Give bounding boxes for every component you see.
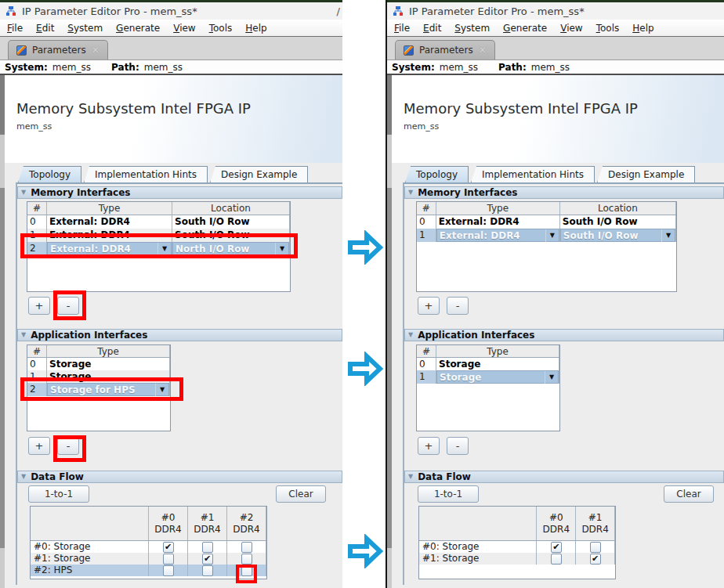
parameter-tabs: Topology Implementation Hints Design Exa… — [405, 166, 695, 182]
collapse-icon[interactable]: ▼ — [408, 332, 413, 338]
window-title: IP Parameter Editor Pro - mem_ss* — [409, 5, 585, 17]
checkbox[interactable] — [590, 542, 601, 553]
matrix-header: #0DDR4 #1DDR4 #2DDR4 — [31, 507, 266, 541]
document-tab-strip: Parameters ✕ — [387, 37, 724, 60]
page-title: Memory Subsystem Intel FPGA IP — [16, 100, 251, 117]
table-row-selected[interactable]: 2 External: DDR4 ▼ North I/O Row ▼ — [27, 242, 290, 255]
memory-interfaces-table: # Type Location 0 External: DDR4 South I… — [416, 201, 677, 292]
one-to-one-button[interactable]: 1-to-1 — [418, 485, 479, 503]
tab-topology[interactable]: Topology — [18, 166, 81, 182]
menu-system[interactable]: System — [67, 23, 103, 34]
col-num: # — [417, 202, 436, 215]
checkbox[interactable] — [551, 554, 562, 565]
remove-row-button[interactable]: - — [447, 437, 469, 455]
table-header: # Type Location — [417, 202, 676, 215]
checkbox[interactable] — [163, 565, 174, 576]
menu-help[interactable]: Help — [245, 23, 266, 34]
remove-row-button[interactable]: - — [57, 297, 79, 315]
add-row-button[interactable]: + — [418, 297, 440, 315]
menu-view[interactable]: View — [173, 23, 195, 34]
menu-generate[interactable]: Generate — [116, 23, 160, 34]
application-table-buttons: + - — [28, 437, 79, 455]
table-row-selected[interactable]: 1 Storage ▼ — [417, 370, 559, 384]
title-bar: IP Parameter Editor Pro - mem_ss* / — [0, 0, 342, 20]
parameter-tabs: Topology Implementation Hints Design Exa… — [18, 166, 308, 182]
section-memory-interfaces[interactable]: ▼ Memory Interfaces — [404, 186, 724, 199]
menu-file[interactable]: File — [394, 23, 410, 34]
collapse-icon[interactable]: ▼ — [408, 474, 413, 480]
table-row-selected[interactable]: 2 Storage for HPS ▼ — [27, 383, 170, 396]
checkbox[interactable]: ✔ — [163, 542, 174, 553]
clear-button[interactable]: Clear — [664, 485, 714, 503]
add-row-button[interactable]: + — [28, 297, 50, 315]
menu-system[interactable]: System — [454, 23, 490, 34]
tab-parameters[interactable]: Parameters ✕ — [395, 40, 495, 60]
scrollbar[interactable] — [0, 75, 5, 588]
table-row[interactable]: 0 External: DDR4 South I/O Row — [417, 215, 676, 229]
table-row-selected[interactable]: 1 External: DDR4 ▼ South I/O Row ▼ — [417, 229, 676, 242]
matrix-col-header: #0DDR4 — [149, 507, 188, 540]
type-dropdown[interactable]: Storage ▼ — [436, 370, 559, 384]
clear-button[interactable]: Clear — [276, 485, 326, 503]
menu-edit[interactable]: Edit — [423, 23, 441, 34]
add-row-button[interactable]: + — [418, 437, 440, 455]
type-dropdown[interactable]: External: DDR4 ▼ — [47, 242, 172, 255]
menu-view[interactable]: View — [560, 23, 582, 34]
collapse-icon[interactable]: ▼ — [21, 474, 26, 480]
tab-implementation-hints[interactable]: Implementation Hints — [471, 166, 595, 182]
location-dropdown[interactable]: South I/O Row ▼ — [560, 229, 675, 242]
app-icon — [393, 5, 404, 16]
tab-topology[interactable]: Topology — [405, 166, 469, 182]
remove-row-button[interactable]: - — [57, 437, 79, 455]
menu-generate[interactable]: Generate — [503, 23, 547, 34]
col-location: Location — [172, 202, 290, 215]
table-row[interactable]: 0 Storage — [417, 358, 559, 370]
checkbox[interactable] — [202, 565, 213, 576]
add-row-button[interactable]: + — [28, 437, 50, 455]
checkbox[interactable]: ✔ — [551, 542, 562, 553]
collapse-icon[interactable]: ▼ — [21, 332, 26, 338]
scrollbar[interactable] — [387, 75, 392, 588]
memory-table-buttons: + - — [28, 297, 79, 315]
checkbox[interactable] — [163, 554, 174, 565]
type-dropdown[interactable]: External: DDR4 ▼ — [436, 229, 559, 242]
remove-row-button[interactable]: - — [447, 297, 469, 315]
section-data-flow[interactable]: ▼ Data Flow — [404, 471, 724, 483]
table-row[interactable]: 1 External: DDR4 South I/O Row — [27, 229, 290, 242]
collapse-icon[interactable]: ▼ — [21, 189, 26, 196]
collapse-icon[interactable]: ▼ — [408, 189, 413, 196]
matrix-row: #0: Storage ✔ — [419, 541, 615, 553]
checkbox[interactable] — [202, 542, 213, 553]
section-title: Memory Interfaces — [31, 187, 130, 198]
tab-design-example[interactable]: Design Example — [210, 166, 308, 182]
section-application-interfaces[interactable]: ▼ Application Interfaces — [404, 329, 724, 341]
checkbox[interactable] — [241, 565, 252, 576]
location-dropdown[interactable]: North I/O Row ▼ — [172, 242, 289, 255]
checkbox[interactable]: ✔ — [202, 554, 213, 565]
section-application-interfaces[interactable]: ▼ Application Interfaces — [17, 329, 342, 341]
close-icon[interactable]: ✕ — [92, 45, 100, 56]
one-to-one-button[interactable]: 1-to-1 — [28, 485, 89, 503]
tab-parameters[interactable]: Parameters ✕ — [8, 40, 108, 60]
checkbox[interactable]: ✔ — [590, 554, 601, 565]
menu-edit[interactable]: Edit — [36, 23, 54, 34]
checkbox[interactable] — [241, 554, 252, 565]
table-row[interactable]: 1 Storage — [27, 370, 170, 383]
table-row[interactable]: 0 External: DDR4 South I/O Row — [27, 215, 290, 229]
menu-help[interactable]: Help — [632, 23, 653, 34]
close-icon[interactable]: ✕ — [479, 45, 487, 56]
chevron-down-icon: ▼ — [545, 229, 559, 242]
checkbox[interactable] — [241, 542, 252, 553]
memory-interfaces-table: # Type Location 0 External: DDR4 South I… — [27, 201, 291, 292]
menu-tools[interactable]: Tools — [596, 23, 620, 34]
section-data-flow[interactable]: ▼ Data Flow — [17, 471, 342, 483]
matrix-col-header: #1DDR4 — [188, 507, 227, 540]
chevron-down-icon: ▼ — [157, 243, 171, 255]
table-row[interactable]: 0 Storage — [27, 358, 170, 370]
tab-implementation-hints[interactable]: Implementation Hints — [84, 166, 208, 182]
menu-tools[interactable]: Tools — [209, 23, 233, 34]
section-memory-interfaces[interactable]: ▼ Memory Interfaces — [17, 186, 342, 199]
menu-file[interactable]: File — [7, 23, 23, 34]
type-dropdown[interactable]: Storage for HPS ▼ — [47, 383, 169, 396]
tab-design-example[interactable]: Design Example — [597, 166, 695, 182]
